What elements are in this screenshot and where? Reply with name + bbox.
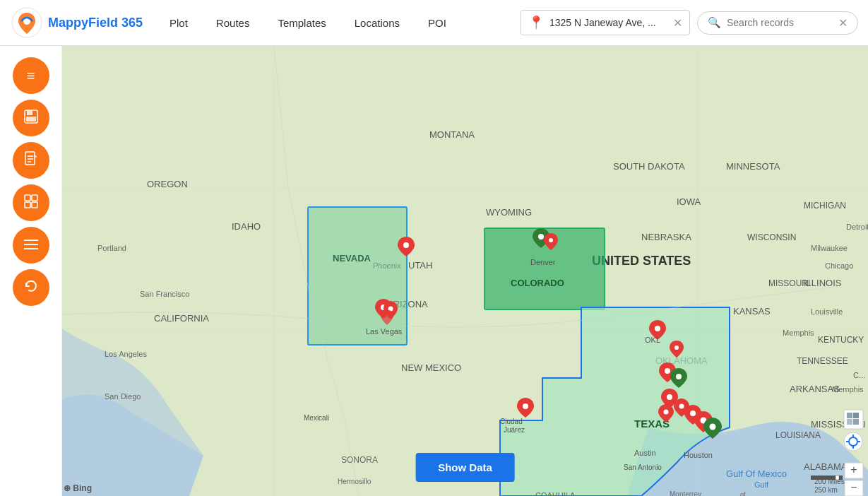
nav-poi[interactable]: POI [414,0,460,46]
logo-text: MappyField 365 [48,16,143,30]
menu-icon: ≡ [27,68,35,84]
svg-text:Memphis: Memphis [783,329,814,337]
svg-text:UTAH: UTAH [408,260,432,271]
location-text: 1325 N Janeway Ave, ... [549,17,667,28]
svg-text:WISCONSIN: WISCONSIN [747,232,796,242]
svg-rect-119 [836,476,839,480]
svg-rect-4 [26,117,36,122]
search-bar[interactable]: 🔍 ✕ [697,11,858,35]
svg-text:San Antonio: San Antonio [624,463,662,471]
svg-text:WYOMING: WYOMING [486,207,532,218]
svg-rect-11 [25,202,30,208]
svg-text:NEVADA: NEVADA [333,253,371,264]
svg-text:LOUISIANA: LOUISIANA [775,430,821,440]
svg-text:NEW MEXICO: NEW MEXICO [401,362,461,373]
svg-text:MISSOURI: MISSOURI [768,278,810,288]
svg-text:MICHIGAN: MICHIGAN [804,201,846,211]
svg-point-93 [676,374,682,379]
svg-point-86 [549,238,553,242]
nav-plot[interactable]: Plot [155,0,202,46]
svg-text:Los Angeles: Los Angeles [105,350,147,358]
svg-text:SOUTH DAKOTA: SOUTH DAKOTA [613,161,685,172]
svg-text:CALIFORNIA: CALIFORNIA [154,313,209,324]
svg-rect-120 [839,476,843,480]
svg-text:Milwaukee: Milwaukee [811,244,848,252]
svg-text:Ciudad: Ciudad [500,418,523,425]
svg-text:UNITED STATES: UNITED STATES [592,254,691,268]
document-button[interactable] [13,142,49,179]
svg-point-100 [523,403,528,409]
logo-icon [11,7,42,38]
nav-items: Plot Routes Templates Locations POI [155,0,513,46]
menu-button[interactable]: ≡ [13,57,49,94]
svg-text:IOWA: IOWA [677,196,701,207]
svg-text:COLORADO: COLORADO [511,278,564,288]
svg-rect-3 [27,110,32,115]
svg-text:Memphis: Memphis [832,385,864,394]
svg-text:Chicago: Chicago [825,261,853,270]
svg-text:Gulf Of Mexico: Gulf Of Mexico [726,468,787,479]
svg-point-97 [690,411,696,416]
svg-point-96 [679,404,684,409]
nav-templates[interactable]: Templates [263,0,340,46]
svg-text:Mexicali: Mexicali [304,414,329,422]
svg-text:Houston: Houston [684,451,713,459]
location-clear-icon[interactable]: ✕ [673,16,682,30]
svg-text:San Francisco: San Francisco [140,290,189,298]
svg-rect-5 [25,152,35,165]
location-bar[interactable]: 📍 1325 N Janeway Ave, ... ✕ [521,10,690,35]
search-clear-icon[interactable]: ✕ [838,16,848,30]
nav-routes[interactable]: Routes [202,0,264,46]
svg-text:San Diego: San Diego [105,392,141,401]
svg-text:Louisville: Louisville [811,307,843,316]
svg-text:SONORA: SONORA [341,455,378,465]
list-button[interactable] [13,227,49,264]
nav-locations[interactable]: Locations [340,0,414,46]
list-icon [24,237,38,254]
svg-text:KANSAS: KANSAS [733,306,771,317]
svg-text:Detroit: Detroit [846,223,868,231]
svg-rect-12 [32,202,37,208]
grid-button[interactable] [13,184,49,221]
svg-rect-105 [853,419,859,425]
svg-text:IDAHO: IDAHO [232,221,261,232]
svg-text:ALABAMA: ALABAMA [804,461,848,472]
search-input[interactable] [727,17,833,28]
svg-point-91 [674,346,679,350]
save-button[interactable] [13,100,49,136]
svg-text:OKL: OKL [645,336,660,344]
svg-text:Denver: Denver [530,258,556,266]
svg-rect-60 [308,207,407,345]
svg-text:C...: C... [853,371,865,379]
svg-rect-102 [847,413,852,418]
svg-text:TENNESSEE: TENNESSEE [797,356,848,366]
svg-text:MINNESOTA: MINNESOTA [726,161,780,172]
show-data-button[interactable]: Show Data [415,453,515,482]
svg-text:+: + [850,463,857,476]
svg-point-92 [665,368,670,374]
svg-point-94 [667,394,672,400]
svg-rect-10 [32,195,37,201]
svg-text:Hermosillo: Hermosillo [338,478,371,485]
svg-point-89 [655,326,660,331]
svg-text:Monterrey: Monterrey [670,490,701,496]
svg-rect-9 [25,195,30,201]
document-icon [24,151,38,170]
svg-point-99 [710,424,716,430]
svg-rect-104 [847,419,852,425]
svg-point-85 [538,234,544,240]
refresh-icon [24,279,38,297]
svg-text:Austin: Austin [634,449,656,457]
grid-icon [24,194,38,212]
svg-point-95 [664,410,669,415]
logo-area: MappyField 365 [0,7,155,38]
svg-text:250 km: 250 km [814,486,838,494]
map-area[interactable]: Gulf Of Mexico Gulf of OREGON Portland I… [62,46,868,496]
location-pin-icon: 📍 [528,15,544,30]
header: MappyField 365 Plot Routes Templates Loc… [0,0,868,46]
svg-point-84 [403,242,409,248]
search-icon: 🔍 [708,16,721,29]
svg-text:−: − [850,481,857,493]
svg-text:Juárez: Juárez [504,426,525,434]
refresh-button[interactable] [13,269,49,306]
